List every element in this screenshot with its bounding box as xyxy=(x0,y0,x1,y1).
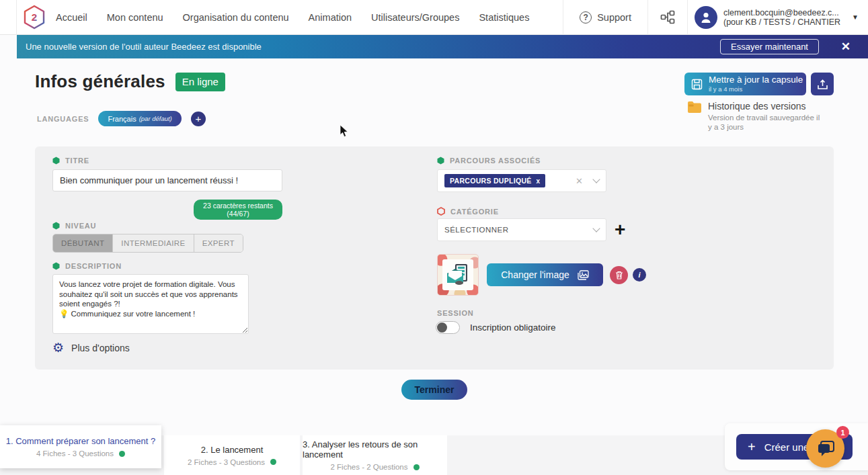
inscription-toggle[interactable] xyxy=(436,321,460,334)
folder-icon xyxy=(687,101,702,114)
terminer-button[interactable]: Terminer xyxy=(401,380,467,400)
banner-message: Une nouvelle version de l'outil auteur B… xyxy=(26,42,262,52)
more-options-button[interactable]: ⚙ Plus d'options xyxy=(52,341,130,354)
green-hexagon-icon xyxy=(52,222,60,230)
nav-item-animation[interactable]: Animation xyxy=(309,12,352,23)
chapter-title: 3. Analyser les retours de son lancement xyxy=(303,439,447,460)
parcours-tag-label: PARCOURS DUPLIQUÉ xyxy=(450,177,532,185)
image-icon xyxy=(578,270,589,280)
add-categorie-button[interactable]: + xyxy=(615,218,625,241)
nav-item-organisation[interactable]: Organisation du contenu xyxy=(183,12,289,23)
change-image-label: Changer l'image xyxy=(501,269,569,280)
clear-select-icon[interactable]: ✕ xyxy=(576,176,583,186)
svg-text:2: 2 xyxy=(32,11,37,23)
description-textarea[interactable]: Vous lancez votre projet de formation di… xyxy=(52,274,249,334)
update-capsule-button[interactable]: Mettre à jour la capsule il y a 4 mois xyxy=(684,73,806,95)
nav-item-statistiques[interactable]: Statistiques xyxy=(479,12,529,23)
nav-item-accueil[interactable]: Accueil xyxy=(56,12,87,23)
categorie-selected-value: SÉLECTIONNER xyxy=(444,226,508,234)
nav-right-section: ? Support clement.bocquin@bee xyxy=(563,0,868,35)
chat-icon xyxy=(816,440,835,458)
mouse-cursor xyxy=(340,124,349,138)
chapter-tab-1[interactable]: 1. Comment préparer son lancement ? 4 Fi… xyxy=(0,425,161,468)
chevron-down-icon[interactable] xyxy=(592,175,600,183)
user-organization: (pour KB / TESTS / CHANTIER xyxy=(723,17,840,27)
info-icon[interactable]: i xyxy=(633,268,646,282)
session-toggle-row: Inscription obligatoire xyxy=(436,321,556,334)
chapter-tab-2[interactable]: 2. Le lancement 2 Fiches - 3 Questions xyxy=(164,435,300,475)
chevron-down-icon: ▼ xyxy=(852,13,859,21)
beedeez-logo-icon[interactable]: 2 xyxy=(23,5,47,30)
categorie-label-row: CATÉGORIE xyxy=(437,207,499,216)
history-subtitle: Version de travail sauvegardée il y a 3 … xyxy=(708,114,822,132)
update-capsule-time: il y a 4 mois xyxy=(709,85,803,93)
chapter-meta: 2 Fiches - 2 Questions xyxy=(330,463,419,471)
niveau-label: NIVEAU xyxy=(65,222,96,230)
trash-icon xyxy=(615,271,623,279)
inscription-toggle-label: Inscription obligatoire xyxy=(470,322,556,333)
niveau-option-expert[interactable]: EXPERT xyxy=(194,234,243,252)
try-now-button[interactable]: Essayer maintenant xyxy=(720,39,819,54)
export-button[interactable] xyxy=(811,73,834,95)
chapter-title: 2. Le lancement xyxy=(201,445,264,455)
status-dot-icon xyxy=(119,451,125,457)
green-hexagon-icon xyxy=(52,157,60,165)
char-counter-badge: 23 caractères restants (44/67) xyxy=(194,200,282,220)
change-image-button[interactable]: Changer l'image xyxy=(487,263,603,286)
save-icon xyxy=(691,79,703,90)
nav-item-utilisateurs[interactable]: Utilisateurs/Groupes xyxy=(371,12,459,23)
description-label-row: DESCRIPTION xyxy=(52,262,122,270)
green-hexagon-icon xyxy=(52,262,60,270)
parcours-label: PARCOURS ASSOCIÉS xyxy=(450,157,541,165)
more-options-label: Plus d'options xyxy=(71,343,130,353)
remove-tag-icon[interactable]: x xyxy=(537,177,541,185)
hierarchy-button[interactable] xyxy=(647,0,687,35)
top-navigation: 2 Accueil Mon contenu Organisation du co… xyxy=(0,0,868,35)
update-capsule-label: Mettre à jour la capsule xyxy=(709,75,803,84)
update-notification-banner: Une nouvelle version de l'outil auteur B… xyxy=(17,35,868,58)
niveau-option-intermediaire[interactable]: INTERMEDIAIRE xyxy=(113,234,194,252)
main-menu: Accueil Mon contenu Organisation du cont… xyxy=(56,12,529,23)
history-title: Historique des versions xyxy=(708,101,822,112)
nav-item-mon-contenu[interactable]: Mon contenu xyxy=(107,12,163,23)
version-history[interactable]: Historique des versions Version de trava… xyxy=(687,101,832,132)
close-icon[interactable]: ✕ xyxy=(841,40,851,54)
description-label: DESCRIPTION xyxy=(65,262,122,270)
user-menu[interactable]: clement.bocquin@beedeez.c... (pour KB / … xyxy=(687,0,868,35)
language-default-note: (par défaut) xyxy=(139,115,172,122)
languages-row: LANGUAGES Français (par défaut) + xyxy=(37,111,206,126)
delete-image-button[interactable] xyxy=(610,266,628,284)
help-question-icon: ? xyxy=(580,11,592,24)
chapter-meta-text: 2 Fiches - 2 Questions xyxy=(330,463,407,471)
language-pill-francais[interactable]: Français (par défaut) xyxy=(98,111,181,126)
parcours-tag[interactable]: PARCOURS DUPLIQUÉ x xyxy=(444,174,545,187)
parcours-select[interactable]: PARCOURS DUPLIQUÉ x ✕ xyxy=(437,169,606,192)
support-label: Support xyxy=(597,12,631,23)
chapter-meta: 4 Fiches - 3 Questions xyxy=(36,449,125,458)
niveau-option-debutant[interactable]: DÉBUTANT xyxy=(53,234,113,252)
green-hexagon-icon xyxy=(437,157,444,165)
user-identity: clement.bocquin@beedeez.c... (pour KB / … xyxy=(723,8,840,27)
capsule-image-thumbnail[interactable] xyxy=(437,254,479,296)
niveau-segmented-control: DÉBUTANT INTERMEDIAIRE EXPERT xyxy=(52,234,243,253)
support-button[interactable]: ? Support xyxy=(563,0,647,35)
toggle-knob xyxy=(437,322,447,333)
niveau-label-row: NIVEAU xyxy=(52,222,96,230)
chapter-title: 1. Comment préparer son lancement ? xyxy=(6,436,156,446)
left-margin-strip xyxy=(0,0,17,35)
titre-label-row: TITRE xyxy=(52,157,89,165)
status-badge: En ligne xyxy=(175,73,225,91)
chapter-meta: 2 Fiches - 3 Questions xyxy=(188,458,276,466)
chapter-tab-3[interactable]: 3. Analyser les retours de son lancement… xyxy=(303,435,447,475)
chapter-meta-text: 2 Fiches - 3 Questions xyxy=(188,458,265,466)
categorie-select[interactable]: SÉLECTIONNER xyxy=(437,218,606,241)
language-name: Français xyxy=(108,115,136,123)
languages-label: LANGUAGES xyxy=(37,115,89,123)
status-dot-icon xyxy=(270,459,276,465)
status-dot-icon xyxy=(413,464,420,470)
add-language-button[interactable]: + xyxy=(191,112,206,126)
titre-input[interactable] xyxy=(52,169,282,191)
chapter-meta-text: 4 Fiches - 3 Questions xyxy=(36,449,114,458)
avatar xyxy=(695,6,717,29)
chevron-down-icon[interactable] xyxy=(592,224,600,232)
